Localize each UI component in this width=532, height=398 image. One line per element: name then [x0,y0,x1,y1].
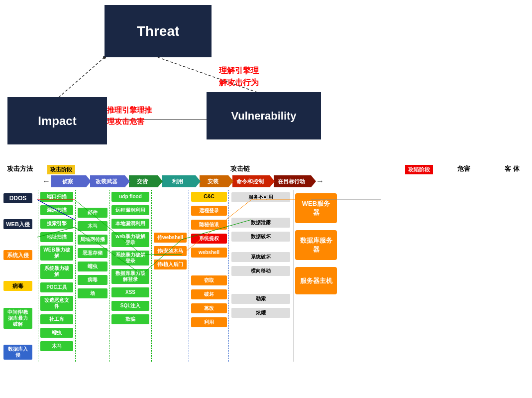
cc-webshell: webshell [191,248,227,258]
exploit-web-brute: web暴力破解登录 [111,232,149,247]
recon-addr-scan: 地址扫描 [40,232,73,242]
delivery-storage: 恶意存储 [78,248,107,258]
tag-virus: 病毒 [3,281,32,291]
chain-step-action: 在目标行动 [274,175,311,187]
col-title-target: 客 体 [495,163,530,174]
tag-sys-intrusion: 系统入侵 [3,250,32,260]
install-trojan: 传/安装木马 [154,246,187,256]
cc-destroy: 破坏 [191,289,227,299]
col-title-attack-method: 攻击方法 [2,163,37,189]
chain-step-cc: 命令和控制 [232,175,270,187]
recon-poc: POC工具 [40,282,73,292]
vulnerability-box: Vulnerability [207,92,321,139]
col-delivery: 邮件 木马 局域网传播 恶意存储 蠕虫 病毒 场 [76,190,109,362]
harm-data-leak: 数据泄露 [231,218,290,228]
annotation-left-line1: 推理引擎理推 [107,105,152,116]
col-exploit: udp flood 远程漏洞利用 本地漏洞利用 web暴力破解登录 系统暴力破解… [109,190,152,362]
bottom-diagram: 攻击方法 攻击阶段 攻击链 攻陷阶段 危害 客 体 ← 侦察 改装武器 [0,159,532,364]
threat-box: Threat [105,5,212,57]
tag-db-intrusion: 数据库入侵 [3,345,32,360]
target-db-server: 数据库服务器 [295,230,337,260]
exploit-db-brute: 数据库暴力破解登录 [111,269,149,284]
col-install: 传webshell 传/安装木马 传/植入后门 [152,190,189,362]
annotation-top: 理解引擎理 解攻击行为 [219,65,259,89]
delivery-worm: 蠕虫 [78,262,107,271]
impact-box: Impact [7,97,107,144]
recon-malfile: 改造恶意文件 [40,296,73,311]
right-arrow: → [316,177,324,186]
phase-label-attack: 攻击阶段 [47,165,75,174]
chain-step-exploit: 利用 [162,175,196,187]
harm-show-off: 炫耀 [231,308,290,318]
target-web-server: WEB服务器 [295,193,337,223]
cc-covert: 隐秘信道 [191,220,227,230]
exploit-sys-brute: 系统暴力破解登录 [111,251,149,265]
cc-priv-esc: 系统提权 [191,234,227,244]
install-backdoor: 传/植入后门 [154,260,187,269]
harm-unavailable: 服务不可用 [231,192,290,202]
harm-sys-destroy: 系统破坏 [231,252,290,262]
delivery-lan: 局域网传播 [78,235,107,245]
chain-step-weapon: 改装武器 [90,175,125,187]
exploit-xss: XSS [111,287,149,297]
chain-step-install: 安装 [200,175,228,187]
annotation-top-line1: 理解引擎理 [219,65,259,77]
col-title-chain: 攻击链 [76,163,404,174]
annotation-left-line2: 理攻击危害 [107,116,152,128]
top-section: Threat Impact Vulnerability 理解引擎理 解攻击行为 … [0,0,532,159]
cc-exploit: 利用 [191,317,227,327]
recon-social: 社工库 [40,314,73,324]
threat-label: Threat [137,23,180,39]
cc-steal: 窃取 [191,275,227,285]
cc-tamper: 篡改 [191,303,227,313]
col-target: WEB服务器 数据库服务器 服务器主机 [294,190,338,362]
exploit-spoof: 欺骗 [111,314,149,324]
svg-line-1 [57,57,105,99]
vulnerability-label: Vulnerability [231,110,296,123]
recon-search: 搜索引擎 [40,219,73,229]
tag-web-intrusion: WEB入侵 [3,219,32,229]
delivery-email: 邮件 [78,208,107,218]
tag-ddos: DDOS [3,193,32,203]
col-attack-method: DDOS WEB入侵 系统入侵 病毒 中间件\数据库暴力破解 数据库入侵 [2,190,38,362]
recon-worm: 蠕虫 [40,328,73,338]
recon-port-scan: 端口扫描 [40,192,73,202]
col-recon: 端口扫描 漏洞扫描 搜索引擎 地址扫描 WEB暴力破解 系统暴力破解 POC工具… [38,190,76,362]
harm-ransom: 勒索 [231,294,290,304]
install-webshell: 传webshell [154,233,187,243]
recon-trojan: 木马 [40,341,73,351]
col-cc: C&C 远程登录 隐秘信道 系统提权 webshell 窃取 破坏 篡改 利用 [189,190,229,362]
annotation-top-line2: 解攻击行为 [219,77,259,89]
exploit-local-vuln: 本地漏洞利用 [111,219,149,229]
impact-label: Impact [38,114,76,128]
cc-remote-login: 远程登录 [191,206,227,216]
left-arrow: ← [42,177,50,186]
delivery-virus: 病毒 [78,275,107,285]
attack-chain-arrow-row: ← 侦察 改装武器 交货 利用 安装 命令和控制 在目标行动 → [42,175,530,187]
tag-middleware: 中间件\数据库暴力破解 [3,308,32,329]
delivery-field: 场 [78,288,107,298]
col-harm: 服务不可用 数据泄露 数据破坏 系统破坏 横向移动 勒索 炫耀 [229,190,294,362]
exploit-remote-vuln: 远程漏洞利用 [111,205,149,215]
recon-web-brute: WEB暴力破解 [40,246,73,261]
phase-label-attack2: 攻陷阶段 [405,165,433,174]
exploit-udpflood: udp flood [111,192,149,202]
cc-cnc: C&C [191,192,227,202]
main-diagram-body: DDOS WEB入侵 系统入侵 病毒 中间件\数据库暴力破解 数据库入侵 端口扫… [2,190,530,362]
col-title-harm: 危害 [434,163,494,174]
target-server-host: 服务器主机 [295,267,337,294]
delivery-trojan: 木马 [78,221,107,231]
harm-data-destroy: 数据破坏 [231,232,290,242]
harm-lateral: 横向移动 [231,266,290,276]
recon-sys-brute: 系统暴力破解 [40,264,73,279]
recon-vuln-scan: 漏洞扫描 [40,205,73,215]
annotation-left: 推理引擎理推 理攻击危害 [107,105,152,127]
column-titles: 攻击方法 攻击阶段 攻击链 攻陷阶段 危害 客 体 ← 侦察 改装武器 [2,163,530,189]
chain-step-recon: 侦察 [51,175,86,187]
chain-step-delivery: 交货 [129,175,158,187]
exploit-sqli: SQL注入 [111,301,149,311]
